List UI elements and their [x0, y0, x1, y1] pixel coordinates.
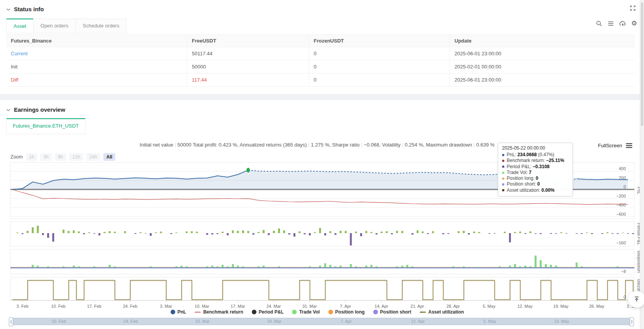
- x-tick-label: 28. Apr: [446, 304, 460, 309]
- datazoom-slider[interactable]: 10. Feb24. Feb10. Mar24. Mar7. Apr21. Ap…: [10, 318, 632, 325]
- menu-icon[interactable]: [607, 20, 614, 27]
- period-pnl-bar: [99, 233, 101, 235]
- row-label: Diff: [6, 73, 187, 86]
- datazoom-label: 10. Mar: [195, 319, 210, 324]
- period-pnl-bar: [73, 230, 75, 233]
- trade-vol-bar: [330, 265, 331, 268]
- expand-icon[interactable]: [630, 5, 636, 12]
- legend-item-position-long[interactable]: Position long: [328, 309, 365, 315]
- period-pnl-bar: [550, 233, 552, 234]
- period-pnl-bar: [555, 233, 557, 234]
- period-pnl-bar: [109, 231, 111, 233]
- period-pnl-bar: [140, 232, 142, 233]
- datazoom-label: 24. Feb: [123, 319, 138, 324]
- period-pnl-bar: [473, 232, 475, 233]
- period-pnl-bar: [422, 232, 424, 233]
- search-icon[interactable]: [596, 20, 603, 27]
- period-pnl-bar: [93, 233, 95, 234]
- status-section-title: Status info: [14, 6, 44, 12]
- table-header-row: Futures_BinanceFreeUSDTFrozenUSDTUpdate: [6, 34, 635, 47]
- datazoom-label: 10. Feb: [51, 319, 66, 324]
- x-tick-label: 24. Mar: [266, 304, 281, 309]
- datazoom-handle-right[interactable]: [630, 317, 634, 326]
- tooltip-row-trade-vol: Trade Vol:7: [502, 170, 569, 176]
- period-pnl-bar: [627, 233, 629, 234]
- utilization-axis-label: 0: [624, 295, 626, 299]
- tab-schedule-orders[interactable]: Schedule orders: [75, 19, 127, 33]
- pnl-axis-label: 400: [619, 166, 626, 171]
- x-tick-label: 10. Feb: [51, 304, 65, 309]
- scrollbar-track: [640, 0, 644, 329]
- period-pnl-bar: [581, 233, 583, 234]
- chart-menu-icon[interactable]: [626, 143, 632, 148]
- series-color-dot: [502, 160, 504, 162]
- legend-item-benchmark-return[interactable]: Benchmark return: [195, 309, 243, 315]
- legend-label: Position long: [335, 309, 365, 315]
- legend-item-position-short[interactable]: Position short: [373, 309, 412, 315]
- period-pnl-bar: [278, 228, 280, 233]
- scrollbar-thumb[interactable]: [641, 2, 643, 126]
- legend-item-asset-utilization[interactable]: Asset utilization: [420, 309, 464, 315]
- datazoom-handle-left[interactable]: [9, 317, 13, 326]
- zoom-button-24h[interactable]: 24h: [86, 153, 100, 161]
- x-tick-label: 14. Apr: [375, 304, 388, 309]
- row-label[interactable]: Current: [6, 47, 187, 60]
- trade-vol-bar: [371, 265, 372, 268]
- tooltip-row-benchmark-return: Benchmark return:−25.11%: [502, 158, 569, 164]
- zoom-button-8h[interactable]: 8h: [55, 153, 66, 161]
- earnings-tab[interactable]: Futures_Binance.ETH_USDT: [6, 118, 85, 134]
- chart-tooltip: 2025-05-22 00:00:00 PnL:234.0668 (0.47%)…: [498, 143, 573, 196]
- tooltip-row-asset-utilization: Asset utilization:0.00%: [502, 188, 569, 193]
- period-pnl-bar: [463, 231, 465, 233]
- vol-panel: −8: [10, 256, 634, 274]
- table-header-cell-freeusdt: FreeUSDT: [187, 35, 309, 47]
- period-pnl-bar: [524, 233, 526, 234]
- period-pnl-bar: [519, 232, 521, 233]
- period-pnl-bar: [514, 232, 516, 233]
- period-pnl-bar: [104, 232, 106, 233]
- legend-item-pnl[interactable]: PnL: [171, 309, 186, 315]
- period-pnl-bar: [232, 230, 234, 233]
- trade-vol-bar: [540, 260, 542, 268]
- free-usdt-value: 50117.44: [187, 47, 309, 60]
- legend-label: Position short: [380, 309, 412, 315]
- zoom-button-3h[interactable]: 3h: [40, 153, 51, 161]
- zoom-label: Zoom: [10, 154, 23, 160]
- zoom-button-1h[interactable]: 1h: [26, 153, 37, 161]
- period-pnl-bar: [42, 233, 44, 235]
- back-to-top-button[interactable]: [628, 291, 644, 308]
- period-pnl-bar: [319, 228, 321, 233]
- tab-open-orders[interactable]: Open orders: [33, 19, 76, 33]
- collapse-chevron-icon[interactable]: [6, 106, 10, 113]
- pnl-axis-label: −200: [616, 194, 626, 198]
- earnings-section-header: Earnings overview: [6, 106, 65, 113]
- period-pnl-bar: [360, 233, 362, 236]
- period-pnl-bar: [124, 231, 126, 233]
- tooltip-row-period-p-l: Period P&L:−0.3108: [502, 164, 569, 170]
- table-row-init: Init5000002025-02-01 00:00:00: [6, 60, 635, 73]
- x-tick-label: 3. Feb: [16, 304, 28, 309]
- legend-label: Period P&L: [259, 309, 284, 315]
- cloud-download-icon[interactable]: [619, 20, 627, 27]
- settings-icon[interactable]: ⚙: [631, 20, 637, 27]
- period-pnl-bar: [345, 231, 347, 233]
- legend-item-trade-vol[interactable]: Trade Vol: [292, 309, 319, 315]
- period-pnl-bar: [560, 232, 562, 233]
- tab-asset[interactable]: Asset: [6, 19, 34, 33]
- legend-marker: [195, 312, 201, 313]
- period-pnl-bar: [88, 232, 90, 233]
- period-pnl-bar: [586, 232, 588, 233]
- period-pnl-bar: [155, 232, 157, 233]
- x-tick-label: 17. Mar: [231, 304, 245, 309]
- tooltip-row-position-short: Position short:0: [502, 181, 569, 187]
- collapse-chevron-icon[interactable]: [6, 5, 10, 12]
- fullscreen-button[interactable]: FullScreen: [598, 143, 632, 148]
- zoom-button-all[interactable]: All: [103, 153, 115, 161]
- legend-marker: [292, 310, 297, 314]
- period-pnl-bar: [83, 233, 85, 234]
- period-pnl-bar: [309, 233, 311, 235]
- period-pnl-bar: [448, 233, 449, 234]
- legend-item-period-p-l[interactable]: Period P&L: [252, 309, 284, 315]
- zoom-button-12h[interactable]: 12h: [69, 153, 83, 161]
- period-pnl-bar: [217, 233, 219, 234]
